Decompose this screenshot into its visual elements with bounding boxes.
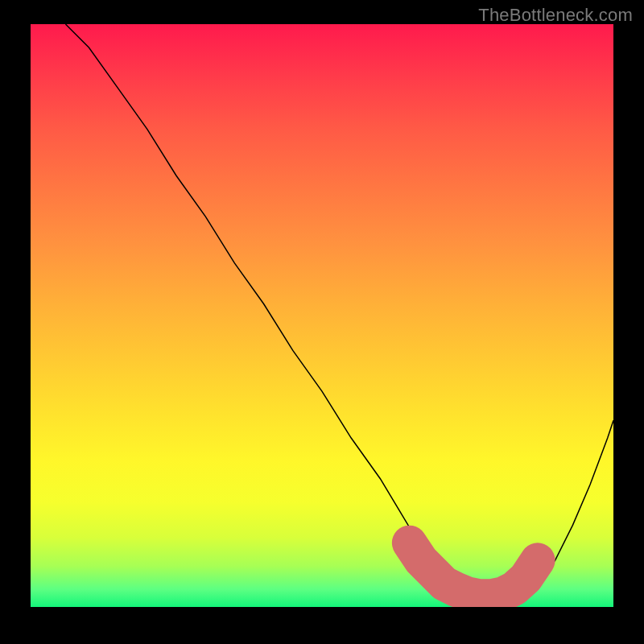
bottleneck-curve-path — [65, 24, 613, 598]
trough-highlight-path — [410, 543, 538, 597]
chart-frame — [31, 24, 613, 607]
plot-area — [31, 24, 613, 607]
chart-svg — [31, 24, 613, 607]
watermark-text: TheBottleneck.com — [478, 5, 633, 26]
